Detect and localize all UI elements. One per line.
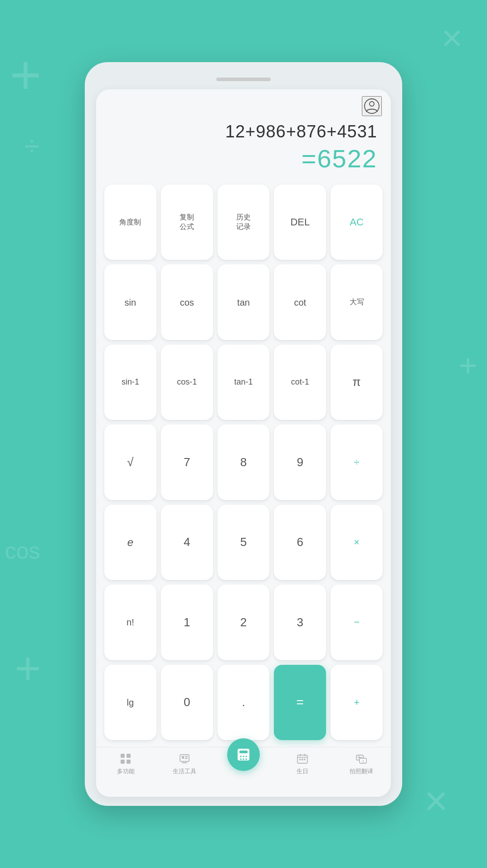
7-button[interactable]: 7 (161, 424, 213, 500)
4-button[interactable]: 4 (161, 505, 213, 580)
copy-formula-button[interactable]: 复制 公式 (161, 185, 213, 260)
svg-rect-4 (121, 760, 125, 764)
svg-point-1 (370, 102, 374, 106)
button-row-4: √ 7 8 9 ÷ (104, 424, 383, 500)
nav-item-life-tools[interactable]: 生活工具 (155, 752, 214, 775)
svg-point-12 (240, 756, 242, 757)
8-button[interactable]: 8 (218, 424, 270, 500)
nav-item-photo-translate[interactable]: 译 拍照翻译 (332, 752, 391, 775)
status-bar (85, 62, 402, 89)
0-button[interactable]: 0 (161, 665, 213, 740)
angle-button[interactable]: 角度制 (104, 185, 156, 260)
button-grid: 角度制 复制 公式 历史 记录 DEL AC sin cos tan cot 大… (96, 180, 391, 747)
factorial-button[interactable]: n! (104, 585, 156, 660)
cot-button[interactable]: cot (274, 264, 326, 340)
phone-frame: 12+986+876+4531 =6522 角度制 复制 公式 历史 记录 DE… (85, 62, 402, 806)
history-button[interactable]: 历史 记录 (218, 185, 270, 260)
svg-point-14 (245, 756, 247, 757)
sin-inverse-button[interactable]: sin-1 (104, 345, 156, 420)
calc-active-bubble (227, 738, 260, 771)
9-button[interactable]: 9 (274, 424, 326, 500)
nav-item-multi-func[interactable]: 多功能 (96, 752, 155, 775)
svg-rect-5 (127, 760, 131, 764)
tools-icon (178, 752, 191, 766)
nav-label-photo-translate: 拍照翻译 (350, 767, 373, 775)
tan-button[interactable]: tan (218, 264, 270, 340)
button-row-2: sin cos tan cot 大写 (104, 264, 383, 340)
nav-label-birthday: 生日 (297, 767, 308, 775)
svg-point-15 (240, 758, 242, 760)
sin-button[interactable]: sin (104, 264, 156, 340)
svg-rect-6 (180, 755, 189, 761)
equals-button[interactable]: = (274, 665, 326, 740)
pi-button[interactable]: π (331, 345, 383, 420)
e-button[interactable]: e (104, 505, 156, 580)
button-row-3: sin-1 cos-1 tan-1 cot-1 π (104, 345, 383, 420)
dot-button[interactable]: . (218, 665, 270, 740)
cos-button[interactable]: cos (161, 264, 213, 340)
nav-label-multi-func: 多功能 (117, 767, 135, 775)
calculator-card: 12+986+876+4531 =6522 角度制 复制 公式 历史 记录 DE… (96, 89, 391, 797)
grid-icon (119, 752, 132, 766)
2-button[interactable]: 2 (218, 585, 270, 660)
user-icon-button[interactable] (362, 96, 382, 116)
result-display: =6522 (302, 144, 377, 173)
plus-button[interactable]: + (331, 665, 383, 740)
minus-button[interactable]: − (331, 585, 383, 660)
button-row-5: e 4 5 6 × (104, 505, 383, 580)
1-button[interactable]: 1 (161, 585, 213, 660)
svg-rect-2 (121, 754, 125, 758)
svg-point-16 (243, 758, 244, 760)
lg-button[interactable]: lg (104, 665, 156, 740)
nav-item-birthday[interactable]: 生日 (273, 752, 332, 775)
svg-rect-8 (185, 756, 188, 757)
tan-inverse-button[interactable]: tan-1 (218, 345, 270, 420)
cos-inverse-button[interactable]: cos-1 (161, 345, 213, 420)
3-button[interactable]: 3 (274, 585, 326, 660)
svg-rect-7 (182, 756, 184, 759)
bottom-navigation: 多功能 生活工具 (96, 747, 391, 797)
nav-label-life-tools: 生活工具 (173, 767, 196, 775)
6-button[interactable]: 6 (274, 505, 326, 580)
svg-rect-3 (127, 754, 131, 758)
button-row-1: 角度制 复制 公式 历史 记录 DEL AC (104, 185, 383, 260)
user-icon (364, 98, 380, 114)
svg-point-17 (245, 758, 247, 760)
svg-rect-19 (299, 759, 301, 761)
svg-text:译: 译 (361, 760, 365, 763)
svg-rect-20 (302, 759, 303, 761)
button-row-7: lg 0 . = + (104, 665, 383, 740)
svg-point-13 (243, 756, 244, 757)
cot-inverse-button[interactable]: cot-1 (274, 345, 326, 420)
status-pill (216, 78, 271, 81)
calendar-icon (296, 752, 309, 766)
ac-button[interactable]: AC (331, 185, 383, 260)
del-button[interactable]: DEL (274, 185, 326, 260)
5-button[interactable]: 5 (218, 505, 270, 580)
multiply-button[interactable]: × (331, 505, 383, 580)
display-area: 12+986+876+4531 =6522 (96, 89, 391, 180)
svg-rect-9 (185, 758, 188, 759)
uppercase-button[interactable]: 大写 (331, 264, 383, 340)
svg-rect-21 (304, 759, 306, 761)
divide-button[interactable]: ÷ (331, 424, 383, 500)
sqrt-button[interactable]: √ (104, 424, 156, 500)
button-row-6: n! 1 2 3 − (104, 585, 383, 660)
svg-rect-11 (239, 751, 248, 753)
nav-item-calculator[interactable] (214, 752, 273, 770)
expression-display: 12+986+876+4531 (225, 122, 377, 141)
translate-icon: 译 (355, 752, 368, 766)
